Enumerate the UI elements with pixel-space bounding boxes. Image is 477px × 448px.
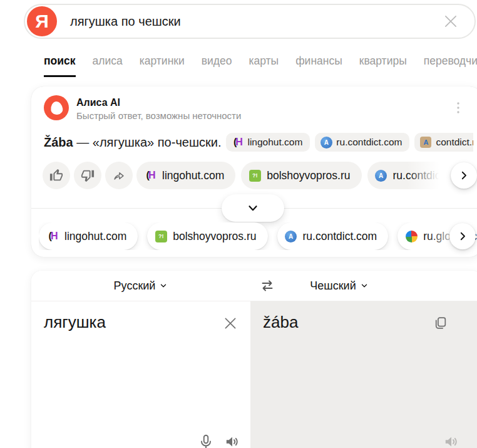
alice-title: Алиса AI (76, 97, 120, 108)
thumbs-up-icon (49, 169, 63, 182)
scroll-expanded-sources-button[interactable] (449, 223, 476, 249)
yandex-search-page: { "search_bar": { "query": "лягушка по ч… (0, 0, 477, 448)
source-chip-lingohut[interactable]: (H lingohut.com (39, 222, 138, 250)
search-bar[interactable]: Я лягушка по чешски (24, 4, 476, 39)
tab-video[interactable]: видео (202, 55, 232, 77)
source-language-select[interactable]: Русский (114, 279, 168, 293)
share-button[interactable] (105, 162, 133, 189)
source-chip-label: ru.contdict.com (393, 169, 449, 182)
translated-text: žába (263, 313, 298, 332)
lingohut-favicon: (H (144, 169, 156, 182)
translation-target-panel: žába (250, 301, 477, 448)
contdict-favicon: A (321, 137, 332, 148)
tab-maps[interactable]: карты (249, 55, 279, 77)
source-chip-label: contdict.ru (436, 137, 473, 148)
answer-row: Žába — «лягушка» по-чешски. (H lingohut.… (44, 132, 473, 153)
answer-rest: — «лягушка» по-чешски. (76, 135, 221, 149)
answer-term: Žába (44, 135, 73, 149)
expanded-sources-row: (H lingohut.com ?! bolshoyvopros.ru A ru… (39, 222, 477, 250)
chevron-right-icon (457, 231, 468, 242)
yandex-logo-letter: Я (35, 11, 49, 32)
source-chip-bolshoyvopros[interactable]: ?! bolshoyvopros.ru (241, 162, 361, 189)
contdict-ru-favicon: A (420, 137, 431, 148)
alice-logo (44, 95, 69, 120)
source-chip-contdict[interactable]: A contdict.ru (414, 133, 473, 152)
source-chip-label: bolshoyvopros.ru (267, 169, 350, 182)
source-chip-lingohut[interactable]: (H lingohut.com (226, 133, 310, 152)
contdict-favicon: A (375, 170, 387, 182)
chevron-down-icon (246, 201, 260, 215)
target-language-label: Чешский (310, 279, 356, 293)
thumbs-down-icon (81, 169, 95, 182)
clear-search-icon[interactable] (442, 13, 459, 30)
microphone-icon[interactable] (198, 434, 214, 448)
search-tabs: поиск алиса картинки видео карты финансы… (44, 55, 477, 77)
source-language-label: Русский (114, 279, 156, 293)
source-chip-rucontdict[interactable]: A ru.contdict.com (277, 222, 389, 250)
source-text-input[interactable]: лягушка (44, 313, 106, 332)
search-input[interactable]: лягушка по чешски (70, 14, 442, 29)
more-menu-icon[interactable] (452, 99, 464, 117)
speak-source-icon[interactable] (224, 434, 240, 448)
source-chip-label: lingohut.com (247, 137, 302, 148)
source-chip-label: ru.contdict.com (303, 230, 377, 243)
scroll-sources-button[interactable] (451, 162, 477, 189)
bolshoyvopros-favicon: ?! (155, 231, 167, 242)
like-button[interactable] (43, 162, 70, 189)
tab-translator[interactable]: переводчик (424, 55, 477, 77)
tab-search[interactable]: поиск (44, 55, 76, 77)
translator-widget: Русский Чешский лягушка (31, 271, 477, 448)
expand-button[interactable] (222, 194, 284, 222)
source-chip-label: bolshoyvopros.ru (173, 230, 256, 243)
actions-row: (H lingohut.com ?! bolshoyvopros.ru A ru… (43, 162, 477, 189)
tab-alice[interactable]: алиса (93, 55, 123, 77)
tab-finance[interactable]: финансы (295, 55, 342, 77)
target-language-select[interactable]: Чешский (310, 279, 368, 293)
source-chip-rucontdict[interactable]: A ru.contdict.com (315, 133, 409, 152)
alice-logo-blob (49, 100, 63, 115)
source-chip-label: ru.contdict.com (336, 137, 402, 148)
alice-answer-card: Алиса AI Быстрый ответ, возможны неточно… (31, 86, 477, 257)
lingohut-favicon: (H (46, 230, 59, 242)
tab-apartments[interactable]: квартиры (359, 55, 407, 77)
source-chip-label: lingohut.com (162, 169, 224, 182)
yandex-logo[interactable]: Я (27, 6, 57, 36)
source-chip-bolshoyvopros[interactable]: ?! bolshoyvopros.ru (147, 222, 267, 250)
source-chip-label: lingohut.com (64, 230, 126, 243)
source-chip-rucontdict[interactable]: A ru.contdict.com (367, 162, 449, 189)
answer-text: Žába — «лягушка» по-чешски. (44, 135, 221, 150)
alice-subtitle: Быстрый ответ, возможны неточности (76, 110, 241, 121)
dislike-button[interactable] (74, 162, 101, 189)
source-chip-lingohut[interactable]: (H lingohut.com (136, 162, 235, 189)
source-chips-row: (H lingohut.com ?! bolshoyvopros.ru A ru… (136, 162, 449, 189)
glosbe-favicon (406, 231, 418, 242)
copy-icon[interactable] (433, 315, 448, 331)
chevron-right-icon (458, 170, 469, 181)
clear-text-icon[interactable] (222, 315, 238, 331)
chevron-down-icon (360, 281, 369, 290)
speak-target-icon[interactable] (443, 434, 459, 448)
swap-languages-icon[interactable] (260, 278, 275, 293)
translator-header: Русский Чешский (31, 271, 477, 301)
bolshoyvopros-favicon: ?! (249, 170, 261, 182)
share-arrow-icon (112, 169, 126, 182)
contdict-favicon: A (285, 231, 297, 242)
translation-source-panel[interactable]: лягушка (31, 301, 250, 448)
tab-images[interactable]: картинки (140, 55, 185, 77)
chevron-down-icon (159, 281, 168, 290)
lingohut-favicon: (H (231, 136, 244, 148)
